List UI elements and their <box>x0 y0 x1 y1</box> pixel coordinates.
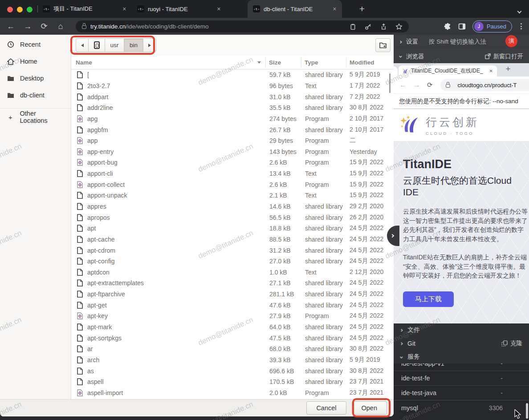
path-device-button[interactable] <box>89 39 105 52</box>
path-segment-usr[interactable]: usr <box>105 39 124 52</box>
open-button[interactable]: Open <box>352 401 387 415</box>
embedded-address-bar[interactable]: cloudtogo.cn/product-T <box>440 79 529 91</box>
service-row[interactable]: mysql 3306 <box>394 400 529 415</box>
path-forward-button[interactable] <box>143 39 156 52</box>
hero-paragraph-2: TitanIDE站在无数巨人的肩膀上，补齐全云端 “安全、高效、体验”这三个维度… <box>403 253 529 280</box>
password-key-icon[interactable] <box>365 23 372 30</box>
file-row[interactable]: aptdcon 1.0 kB Text 2 12月 2020 <box>71 267 390 278</box>
file-row[interactable]: apport-collect 2.6 kB Program 15 9月 2022 <box>71 179 390 190</box>
embedded-tab-close-icon[interactable]: ✕ <box>489 69 493 73</box>
demo-badge[interactable]: 演 <box>505 35 517 47</box>
embedded-reload-icon[interactable]: ⟳ <box>427 81 433 89</box>
embedded-new-tab-button[interactable]: + <box>503 64 513 74</box>
file-row[interactable]: addpart 31.0 kB shared library 7 2月 2022 <box>71 91 390 102</box>
git-clone-button[interactable]: 克隆 <box>501 339 522 347</box>
window-controls[interactable] <box>7 7 33 12</box>
file-row[interactable]: apgbfm 26.7 kB shared library 2 10月 2017 <box>71 124 390 135</box>
path-segment-bin[interactable]: bin <box>124 39 143 52</box>
profile-button[interactable]: J Paused <box>472 20 512 32</box>
section-files-label: 文件 <box>407 326 420 334</box>
download-now-button[interactable]: 马上下载 <box>403 291 454 307</box>
file-list-scrollbar[interactable] <box>389 73 391 93</box>
ide-browser-row[interactable]: 浏览器 新窗口打开 <box>394 49 529 63</box>
file-row[interactable]: apport-unpack 2.1 kB Text 15 9月 2022 <box>71 190 390 201</box>
column-header-modified[interactable]: Modified <box>350 56 374 69</box>
file-row[interactable]: ar 68.0 kB shared library 30 8月 2022 <box>71 343 390 355</box>
sidebar-item[interactable]: Home <box>0 53 71 70</box>
ide-settings-row[interactable]: 设置 按 Shift 键切换输入法 演 <box>394 35 529 49</box>
file-modified: 二 <box>350 137 356 145</box>
service-row[interactable]: ide-test-app-v1 - <box>394 363 529 371</box>
file-row[interactable]: addr2line 35.5 kB shared library 30 8月 2… <box>71 102 390 113</box>
sidebar-item[interactable]: Desktop <box>0 70 71 87</box>
reload-icon[interactable]: ⟳ <box>38 18 50 35</box>
open-new-window-button[interactable]: 新窗口打开 <box>485 52 524 61</box>
file-row[interactable]: app-entry 143 bytes Program Yesterday <box>71 146 390 157</box>
forward-icon[interactable]: → <box>21 18 34 35</box>
section-git[interactable]: Git 克隆 <box>394 337 529 350</box>
file-row[interactable]: 2to3-2.7 96 bytes Text 1 7月 2022 <box>71 81 390 92</box>
path-back-button[interactable] <box>76 39 89 52</box>
file-row[interactable]: apt-mark 64.0 kB shared library 24 5月 20… <box>71 322 390 333</box>
file-row[interactable]: apport-cli 13.4 kB Text 15 9月 2022 <box>71 168 390 179</box>
extensions-puzzle-icon[interactable] <box>444 23 452 30</box>
embedded-browser-tab[interactable]: TitanIDE_CloudIDE_在线IDE_ ✕ <box>399 65 497 77</box>
column-header-size[interactable]: Size <box>269 56 281 69</box>
service-row[interactable]: ide-test-java - <box>394 386 529 400</box>
embedded-forward-icon[interactable]: → <box>413 81 420 89</box>
file-row[interactable]: apt-config 27.0 kB shared library 24 5月 … <box>71 256 390 267</box>
side-panel-icon[interactable] <box>458 23 466 30</box>
file-type: shared library <box>305 345 343 352</box>
file-row[interactable]: apt-ftparchive 281.1 kB shared library 2… <box>71 289 390 300</box>
file-row[interactable]: apt-key 27.9 kB Program 24 5月 2022 <box>71 311 390 322</box>
file-row[interactable]: apport-bug 2.6 kB Program 15 9月 2022 <box>71 157 390 168</box>
section-files[interactable]: 文件 <box>394 323 529 337</box>
file-row[interactable]: apg 274 bytes Program 2 10月 2017 <box>71 113 390 125</box>
tab-search-chevron-icon[interactable] <box>518 7 521 15</box>
browser-menu-icon[interactable] <box>519 23 524 29</box>
cancel-button[interactable]: Cancel <box>306 401 346 415</box>
column-header-name[interactable]: Name <box>76 56 92 69</box>
file-row[interactable]: apt-cdrom 31.2 kB shared library 24 5月 2… <box>71 245 390 256</box>
file-row[interactable]: apt-get 47.6 kB shared library 24 5月 202… <box>71 299 390 311</box>
clipboard-icon[interactable] <box>350 23 356 30</box>
share-icon[interactable] <box>380 23 387 30</box>
sidebar-item[interactable]: Recent <box>0 36 71 53</box>
section-services[interactable]: 服务 <box>394 350 529 363</box>
file-row[interactable]: apt 18.8 kB shared library 24 5月 2022 <box>71 223 390 234</box>
sidebar-item-other-locations[interactable]: + Other Locations <box>0 109 71 125</box>
file-row[interactable]: as 696.6 kB shared library 30 8月 2022 <box>71 365 390 376</box>
browser-tab[interactable]: ‹t› ruoyi - TitanIDE ✕ <box>132 0 226 18</box>
new-folder-button[interactable] <box>375 38 391 52</box>
file-row[interactable]: apt-extracttemplates 27.1 kB shared libr… <box>71 278 390 289</box>
file-row[interactable]: appres 14.6 kB shared library 29 2月 2020 <box>71 201 390 212</box>
embedded-back-icon[interactable]: ← <box>399 81 407 89</box>
file-row[interactable]: arch 39.3 kB shared library 5 9月 2019 <box>71 355 390 366</box>
column-header-type[interactable]: Type <box>305 56 318 69</box>
services-scrollbar[interactable] <box>526 403 528 419</box>
back-icon[interactable]: ← <box>4 18 17 35</box>
bookmark-star-icon[interactable] <box>395 23 403 30</box>
file-row[interactable]: apropos 56.5 kB shared library 26 2月 202… <box>71 212 390 223</box>
service-row[interactable]: ide-test-fe - <box>394 371 529 386</box>
file-modified: 29 2月 2020 <box>350 202 383 210</box>
close-window-button[interactable] <box>7 7 13 12</box>
service-name: ide-test-fe <box>401 375 430 382</box>
file-row[interactable]: aspell-import 2.0 kB Program 23 7月 2021 <box>71 388 390 399</box>
file-row[interactable]: apt-sortpkgs 47.5 kB shared library 24 5… <box>71 332 390 343</box>
browser-tab[interactable]: ‹t› db-client - TitanIDE ✕ <box>248 0 342 18</box>
file-row[interactable]: [ 59.7 kB shared library 5 9月 2019 <box>71 69 390 81</box>
file-row[interactable]: app 29 bytes Program 二 <box>71 135 390 146</box>
home-icon[interactable]: ⌂ <box>54 18 67 35</box>
minimize-window-button[interactable] <box>17 7 23 12</box>
maximize-window-button[interactable] <box>27 7 33 12</box>
sidebar-item[interactable]: db-client <box>0 87 71 104</box>
new-tab-button[interactable]: + <box>356 3 368 15</box>
tab-close-icon[interactable]: ✕ <box>216 5 222 13</box>
tab-close-icon[interactable]: ✕ <box>122 5 127 13</box>
address-bar[interactable]: try.titanide.cn/ide/web/coding/db-client… <box>76 20 409 32</box>
tab-close-icon[interactable]: ✕ <box>332 5 338 13</box>
file-row[interactable]: aspell 170.5 kB shared library 23 7月 202… <box>71 376 390 388</box>
file-row[interactable]: apt-cache 88.5 kB shared library 24 5月 2… <box>71 234 390 245</box>
browser-tab[interactable]: ‹t› 项目 - TitanIDE ✕ <box>37 0 132 18</box>
